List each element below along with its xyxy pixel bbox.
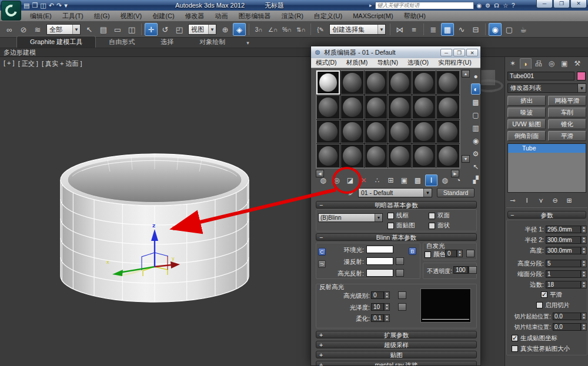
select-object-icon[interactable]: ↖ [83,23,96,36]
bevel-profile-button[interactable]: 倒角剖面 [507,131,546,141]
menubar-item-0[interactable]: 编辑(E) [25,11,57,22]
rollout-expand-icon[interactable]: + [319,361,323,366]
reference-coordinate-dropdown[interactable]: 视图▼ [188,24,216,35]
minimize-button[interactable]: ─ [536,0,553,8]
material-slot-18[interactable] [316,144,340,168]
blinn-rollout-header[interactable]: − Blinn 基本参数 [316,233,477,241]
cap-segments-spinner-field[interactable]: 1 [546,270,581,278]
height-spinner-field[interactable]: 300.0mm [546,247,581,254]
configure-modifier-sets-icon[interactable]: ⊞ [564,196,574,205]
sides-spinner-field[interactable]: 18 [546,281,581,288]
smooth-checkbox[interactable] [541,291,547,298]
specular-level-value[interactable]: 0 [371,291,384,299]
unlink-selection-icon[interactable]: ⊘ [17,23,30,36]
ribbon-collapse-icon[interactable]: ▾ [246,40,249,48]
material-name-dropdown[interactable]: 01 - Default ▼ [358,188,432,197]
go-to-sibling-icon[interactable]: ◔ [452,174,465,186]
parameters-rollout-header[interactable]: − 参数 [507,211,586,219]
menubar-item-3[interactable]: 视图(V) [115,11,148,22]
shader-type-dropdown[interactable]: (B)Blinn ▼ [318,213,383,222]
help-icon[interactable]: ? [512,2,515,9]
select-and-move-icon[interactable]: ✛ [145,23,158,36]
named-selection-sets-dropdown[interactable]: 创建选择集▼ [329,24,386,35]
edit-named-sets-icon[interactable]: {✎ [314,23,327,36]
rectangular-selection-region-icon[interactable]: ▭ [111,23,124,36]
specular-color-swatch[interactable] [366,269,393,277]
slice-from-spinner-field[interactable]: 0.0 [553,313,581,320]
put-to-library-icon[interactable]: ⊞ [385,174,397,186]
material-slot-21[interactable] [388,144,412,168]
glossiness-map-button[interactable] [398,303,406,311]
mesh-smooth-button[interactable]: 网格平滑 [548,96,586,106]
rollout-expand-icon[interactable]: + [319,341,323,348]
material-type-button[interactable]: Standard [437,188,475,197]
viewport-label-segment-0[interactable]: [ + ] [4,59,15,68]
percent-snap-icon[interactable]: %∩ [280,23,293,36]
object-name-field[interactable]: Tube001 [507,72,574,80]
lock-ambient-icon[interactable]: B [409,247,416,255]
selfillum-color-checkbox[interactable] [425,251,431,258]
menubar-item-7[interactable]: 图形编辑器 [233,11,276,22]
material-slot-16[interactable] [412,120,436,144]
material-editor-options-icon[interactable]: ⚙ [471,148,480,159]
material-slot-12[interactable] [316,120,340,144]
sides-spinner[interactable]: ▲▼ [581,281,587,288]
sample-type-icon[interactable]: ● [471,70,480,82]
use-pivot-center-icon[interactable]: ⊕ [219,23,232,36]
sample-uv-tiling-icon[interactable]: ▢ [471,109,480,120]
tab-utilities[interactable]: ⚒ [572,58,583,69]
material-slot-5[interactable] [436,70,460,95]
material-slot-22[interactable] [412,144,436,168]
get-material-icon[interactable]: ◍ [317,174,329,186]
collapsed-rollout-0[interactable]: +扩展参数 [316,331,477,338]
ribbon-tab-2[interactable]: 选择 [148,36,186,48]
noise-button[interactable]: 噪波 [507,108,546,117]
face-map-checkbox[interactable] [387,223,394,229]
background-icon[interactable]: ▩ [471,96,480,108]
height-segments-spinner-field[interactable]: 5 [546,260,581,267]
pick-material-from-object-icon[interactable]: ✎ [346,190,355,196]
close-button[interactable]: ✕ [570,0,587,8]
cap-segments-spinner[interactable]: ▲▼ [581,270,587,278]
generate-mapping-coords-checkbox[interactable] [512,335,518,341]
tab-modify[interactable]: ◗ [520,58,532,69]
viewport-label-segment-1[interactable]: [ 正交 ] [18,59,38,68]
material-slot-1[interactable] [340,70,364,95]
snap-toggle-3d-icon[interactable]: 3∩ [252,23,265,36]
material-editor-menu-2[interactable]: 导航(N) [372,59,403,67]
collapsed-rollout-2[interactable]: +贴图 [316,351,477,358]
layer-manager-icon[interactable]: ≣ [427,23,440,36]
specular-level-map-button[interactable] [398,291,406,299]
render-setup-icon[interactable]: ◉ [489,23,502,36]
app-logo[interactable] [1,1,21,21]
menubar-item-2[interactable]: 组(G) [89,11,115,22]
menubar-item-4[interactable]: 创建(C) [147,11,179,22]
ambient-color-swatch[interactable] [366,246,393,253]
tab-create[interactable]: ✶ [507,58,519,69]
assign-material-to-selection-icon[interactable]: ◪ [344,174,356,186]
height-spinner[interactable]: ▲▼ [581,247,587,254]
redo-icon[interactable]: ↷ [56,0,62,11]
stack-item-tube[interactable]: Tube [508,144,586,153]
ribbon-tab-3[interactable]: 对象绘制 [186,36,238,48]
go-to-parent-icon[interactable]: ◍ [439,174,451,186]
rollout-collapse-icon[interactable]: − [510,211,514,219]
material-slot-13[interactable] [340,120,364,144]
material-slot-11[interactable] [436,95,460,119]
selfillum-value[interactable]: 0 [445,250,457,257]
modifier-list-arrow-icon[interactable]: ▼ [577,84,586,92]
rollout-collapse-icon[interactable]: − [319,234,323,241]
video-color-check-icon[interactable]: ▥ [471,122,480,133]
rollout-expand-icon[interactable]: + [319,331,323,338]
material-editor-close-button[interactable]: ✕ [466,49,478,56]
select-by-material-icon[interactable]: ↖ [471,161,480,172]
radius2-spinner[interactable]: ▲▼ [581,236,587,244]
ribbon-tab-0[interactable]: Graphite 建模工具 [16,36,96,48]
maximize-button[interactable]: ❐ [553,0,570,8]
enable-slice-checkbox[interactable] [536,302,543,308]
tube-object[interactable]: x y z [56,152,259,305]
pin-stack-icon[interactable]: ⊸ [507,196,518,205]
material-slot-3[interactable] [388,70,412,95]
selection-filter-dropdown[interactable]: 全部▼ [46,24,81,35]
menubar-item-9[interactable]: 自定义(U) [309,11,348,22]
